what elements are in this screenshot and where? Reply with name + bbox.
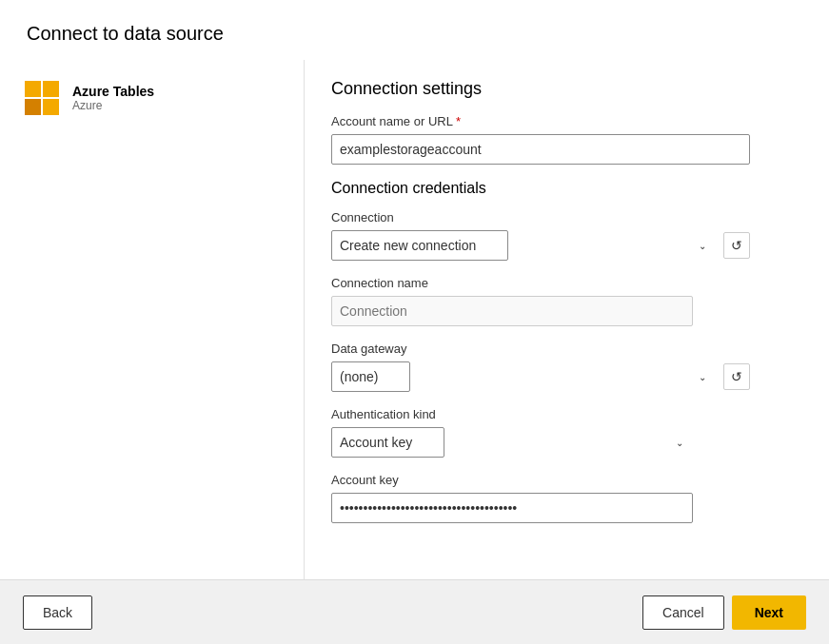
connection-label: Connection bbox=[331, 210, 802, 224]
account-name-label: Account name or URL * bbox=[331, 114, 802, 128]
svg-rect-1 bbox=[43, 81, 59, 97]
data-gateway-chevron-icon: ⌄ bbox=[699, 372, 706, 382]
connection-refresh-button[interactable]: ↺ bbox=[723, 232, 750, 259]
data-gateway-dropdown-wrapper: (none) ⌄ bbox=[331, 361, 716, 392]
data-gateway-label: Data gateway bbox=[331, 342, 802, 356]
auth-kind-label: Authentication kind bbox=[331, 407, 802, 421]
refresh-icon: ↺ bbox=[731, 238, 742, 253]
connector-info: Azure Tables Azure bbox=[23, 79, 281, 117]
connection-name-label: Connection name bbox=[331, 276, 802, 290]
account-key-input[interactable] bbox=[331, 493, 693, 523]
right-panel: Connection settings Account name or URL … bbox=[305, 60, 829, 579]
connection-field-group: Connection Create new connection ⌄ ↺ bbox=[331, 210, 802, 261]
refresh-icon-2: ↺ bbox=[731, 369, 742, 384]
back-button[interactable]: Back bbox=[23, 595, 92, 630]
data-gateway-refresh-button[interactable]: ↺ bbox=[723, 363, 750, 390]
auth-kind-field-group: Authentication kind Account key ⌄ bbox=[331, 407, 802, 458]
account-key-field-group: Account key bbox=[331, 473, 802, 523]
account-name-input[interactable] bbox=[331, 134, 750, 165]
connection-chevron-icon: ⌄ bbox=[699, 241, 706, 251]
connection-dropdown-wrapper: Create new connection ⌄ bbox=[331, 230, 716, 261]
svg-rect-2 bbox=[25, 99, 41, 115]
connection-name-field-group: Connection name bbox=[331, 276, 802, 326]
auth-kind-select[interactable]: Account key bbox=[331, 427, 444, 458]
auth-kind-chevron-icon: ⌄ bbox=[676, 438, 683, 448]
footer-right: Cancel Next bbox=[642, 595, 806, 630]
data-gateway-select-container: (none) ⌄ ↺ bbox=[331, 361, 750, 392]
connector-name: Azure Tables bbox=[72, 84, 154, 99]
connection-select-container: Create new connection ⌄ ↺ bbox=[331, 230, 750, 261]
footer-left: Back bbox=[23, 595, 92, 630]
data-gateway-select[interactable]: (none) bbox=[331, 361, 410, 392]
auth-kind-dropdown-wrapper: Account key ⌄ bbox=[331, 427, 693, 458]
account-name-field-group: Account name or URL * bbox=[331, 114, 802, 165]
page-title: Connect to data source bbox=[0, 0, 829, 60]
cancel-button[interactable]: Cancel bbox=[642, 595, 724, 630]
left-panel: Azure Tables Azure bbox=[0, 60, 305, 579]
svg-rect-3 bbox=[43, 99, 59, 115]
data-gateway-field-group: Data gateway (none) ⌄ ↺ bbox=[331, 342, 802, 392]
connection-select[interactable]: Create new connection bbox=[331, 230, 508, 261]
connection-name-input[interactable] bbox=[331, 296, 693, 326]
svg-rect-0 bbox=[25, 81, 41, 97]
next-button[interactable]: Next bbox=[732, 595, 806, 630]
main-content: Azure Tables Azure Connection settings A… bbox=[0, 60, 829, 579]
required-indicator: * bbox=[456, 114, 461, 128]
account-key-label: Account key bbox=[331, 473, 802, 487]
azure-tables-icon bbox=[23, 79, 61, 117]
connector-subtitle: Azure bbox=[72, 99, 154, 112]
connector-text: Azure Tables Azure bbox=[72, 84, 154, 112]
footer: Back Cancel Next bbox=[0, 579, 829, 644]
connection-settings-title: Connection settings bbox=[331, 79, 802, 99]
credentials-title: Connection credentials bbox=[331, 180, 802, 197]
